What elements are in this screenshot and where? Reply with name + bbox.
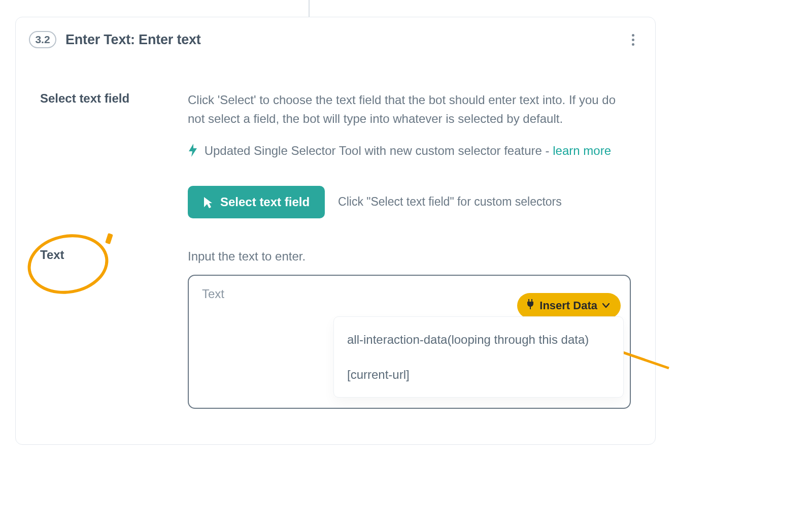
text-input-wrapper: Insert Data all-interaction-data(looping… [188,275,631,414]
insert-data-button-label: Insert Data [539,299,597,312]
step-number-badge: 3.2 [29,31,56,48]
select-text-field-label: Select text field [40,90,170,106]
dropdown-item-all-interaction-data[interactable]: all-interaction-data(looping through thi… [334,322,623,357]
select-button-row: Select text field Click "Select text fie… [188,186,631,218]
vertical-dots-icon [632,32,634,48]
select-text-field-description: Click 'Select' to choose the text field … [188,90,631,128]
text-row: Text Input the text to enter. Insert Dat… [40,247,631,414]
bolt-icon [188,143,198,162]
select-text-field-hint: Click "Select text field" for custom sel… [338,193,562,211]
select-text-field-content: Click 'Select' to choose the text field … [188,90,631,218]
selector-update-line: Updated Single Selector Tool with new cu… [188,141,631,162]
insert-data-dropdown: all-interaction-data(looping through thi… [333,316,624,398]
step-title: Enter Text: Enter text [65,32,201,48]
chevron-down-icon [602,301,610,310]
selector-update-text: Updated Single Selector Tool with new cu… [205,144,550,157]
text-label: Text [40,247,170,262]
text-content: Input the text to enter. Insert Data all… [188,247,631,414]
insert-data-button[interactable]: Insert Data [517,293,621,318]
select-text-field-button[interactable]: Select text field [188,186,325,218]
learn-more-link[interactable]: learn more [553,144,611,157]
partial-divider [309,0,310,17]
text-description: Input the text to enter. [188,247,631,266]
plug-icon [526,299,534,312]
cursor-icon [203,196,213,208]
card-body: Select text field Click 'Select' to choo… [16,90,655,414]
select-text-field-button-label: Select text field [220,195,310,209]
more-options-button[interactable] [624,30,642,49]
dropdown-item-current-url[interactable]: [current-url] [334,357,623,392]
card-header: 3.2 Enter Text: Enter text [16,30,655,49]
step-card: 3.2 Enter Text: Enter text Select text f… [15,17,656,445]
select-text-field-row: Select text field Click 'Select' to choo… [40,90,631,218]
